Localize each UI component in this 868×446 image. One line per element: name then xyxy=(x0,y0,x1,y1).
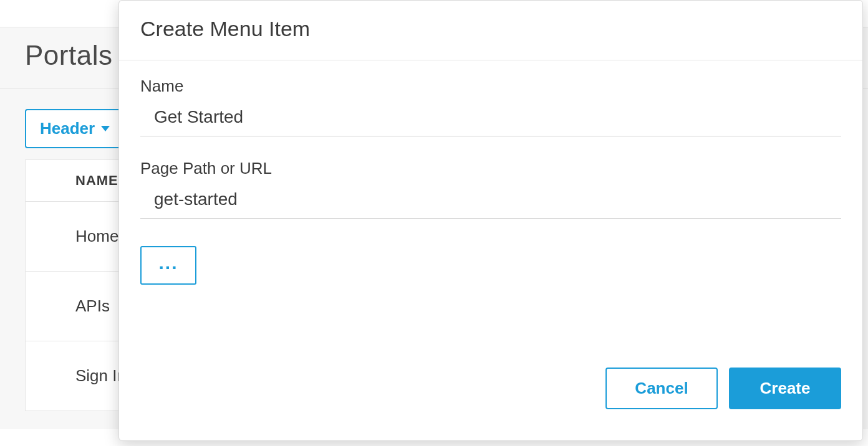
create-button[interactable]: Create xyxy=(729,368,841,409)
name-field-group: Name xyxy=(140,77,841,136)
modal-header: Create Menu Item xyxy=(119,1,862,60)
header-dropdown-button[interactable]: Header xyxy=(25,109,125,148)
modal-footer: Cancel Create xyxy=(119,368,862,440)
name-input[interactable] xyxy=(140,102,841,136)
path-field-group: Page Path or URL xyxy=(140,159,841,219)
header-dropdown-label: Header xyxy=(40,119,95,138)
modal-title: Create Menu Item xyxy=(140,17,841,41)
create-menu-item-modal: Create Menu Item Name Page Path or URL .… xyxy=(118,0,863,441)
more-options-button[interactable]: ... xyxy=(140,246,196,285)
modal-body: Name Page Path or URL ... xyxy=(119,60,862,368)
caret-down-icon xyxy=(101,126,110,131)
path-field-label: Page Path or URL xyxy=(140,159,841,178)
table-cell-name: APIs xyxy=(75,297,110,315)
name-field-label: Name xyxy=(140,77,841,96)
table-cell-name: Home xyxy=(75,227,118,245)
path-input[interactable] xyxy=(140,184,841,219)
cancel-button[interactable]: Cancel xyxy=(605,368,718,409)
